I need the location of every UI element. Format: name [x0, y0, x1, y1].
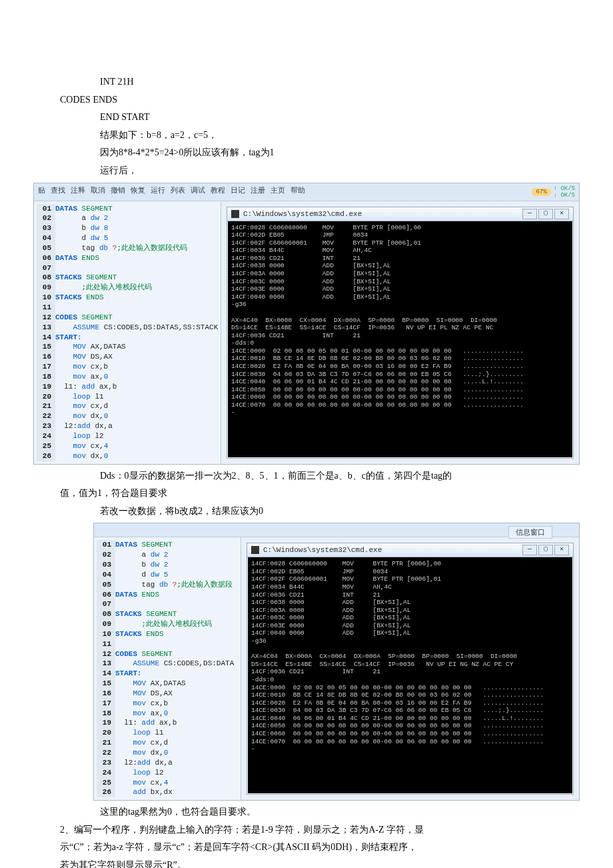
code-line: 21 mov cx,d	[94, 738, 241, 748]
code-line: 22 mov dx,0	[34, 411, 221, 421]
line-number: 16	[97, 689, 115, 699]
code-line: 22 mov dx,0	[94, 748, 241, 758]
code-line: 26 add bx,dx	[94, 787, 241, 797]
cmd-icon	[231, 210, 239, 218]
code-line: 16 MOV DS,AX	[94, 689, 241, 699]
line-number: 05	[97, 580, 115, 590]
close-button[interactable]: ✕	[554, 209, 569, 219]
toolbar-item[interactable]: 帮助	[291, 185, 305, 199]
info-window-label: 信息窗口	[508, 526, 552, 539]
toolbar-item[interactable]: 运行	[151, 185, 165, 199]
cmd-titlebar: C:\Windows\system32\cmd.exe — ▢ ✕	[247, 543, 573, 557]
code-line: 24 loop l2	[34, 431, 221, 441]
code-line: 11	[34, 303, 221, 313]
line-number: 03	[37, 223, 55, 233]
line-number: 04	[97, 570, 115, 580]
line-number: 25	[37, 441, 55, 451]
code-line: 01DATAS SEGMENT	[34, 204, 221, 214]
toolbar-item[interactable]: 查找	[51, 185, 65, 199]
cpu-badge: 67%	[532, 188, 550, 196]
line-number: 23	[37, 421, 55, 431]
toolbar-item[interactable]: 取消	[91, 185, 105, 199]
line-number: 10	[97, 629, 115, 639]
line-number: 13	[37, 323, 55, 333]
net-down: ↓ OK/S	[554, 192, 575, 199]
toolbar-item[interactable]: 贴	[38, 185, 45, 199]
code-editor[interactable]: 01DATAS SEGMENT02 a dw 203 b dw 804 d dw…	[34, 201, 221, 464]
code-line: 17 mov cx,b	[34, 362, 221, 372]
line-number: 05	[37, 243, 55, 253]
cmd-icon	[251, 546, 259, 554]
cmd-output: 14CF:0028 C606060000 MOV BYTE PTR [0006]…	[227, 221, 573, 419]
line-number: 22	[37, 411, 55, 421]
code-line: 03 b dw 2	[94, 560, 241, 570]
ide-toolbar: 信息窗口	[94, 523, 579, 537]
line-number: 17	[37, 362, 55, 372]
body-text: Dds：0显示的数据第一排一次为2、8、5、1，前面三个是a、b、c的值，第四个…	[60, 467, 553, 485]
cmd-window: C:\Windows\system32\cmd.exe — ▢ ✕ 14CF:0…	[247, 543, 574, 795]
code-line: 04 d dw 5	[94, 570, 241, 580]
line-number: 03	[97, 560, 115, 570]
minimize-button[interactable]: —	[522, 209, 537, 219]
code-line: 25 mov cx,4	[34, 441, 221, 451]
code-line: 11	[94, 639, 241, 649]
line-number: 19	[97, 718, 115, 728]
toolbar-item[interactable]: 主页	[271, 185, 285, 199]
code-line: 13 ASSUME CS:CODES,DS:DATA	[94, 659, 241, 669]
code-line: 04 d dw 5	[34, 233, 221, 243]
code-line: 05 tag db ?;此处输入数据段	[94, 580, 241, 590]
toolbar-item[interactable]: 恢复	[131, 185, 145, 199]
code-line: 10STACKS ENDS	[94, 629, 241, 639]
toolbar-item[interactable]: 注释	[71, 185, 85, 199]
code-line: 09 ;此处输入堆栈段代码	[34, 283, 221, 293]
code-line: 14START:	[94, 669, 241, 679]
code-line: 15 MOV AX,DATAS	[34, 342, 221, 352]
body-text: 值，值为1，符合题目要求	[40, 485, 553, 503]
toolbar-item[interactable]: 注册	[251, 185, 265, 199]
line-number: 11	[97, 639, 115, 649]
body-text: 若改一改数据，将b改成2，结果应该为0	[60, 503, 553, 521]
line-number: 24	[97, 768, 115, 778]
toolbar-item[interactable]: 列表	[171, 185, 185, 199]
code-line: 07	[94, 599, 241, 609]
code-line: 09 ;此处输入堆栈段代码	[94, 619, 241, 629]
toolbar-item[interactable]: 撤销	[111, 185, 125, 199]
code-editor[interactable]: 01DATAS SEGMENT02 a dw 203 b dw 204 d dw…	[94, 537, 241, 800]
close-button[interactable]: ✕	[554, 545, 569, 555]
code-line: 23 l2:add dx,a	[34, 421, 221, 431]
line-number: 09	[97, 619, 115, 629]
cmd-titlebar: C:\Windows\system32\cmd.exe — ▢ ✕	[227, 207, 573, 221]
line-number: 08	[37, 273, 55, 283]
maximize-button[interactable]: ▢	[538, 545, 553, 555]
toolbar-item[interactable]: 教程	[211, 185, 225, 199]
minimize-button[interactable]: —	[522, 545, 537, 555]
code-line: 20 loop l1	[34, 392, 221, 402]
line-number: 06	[97, 590, 115, 600]
line-number: 24	[37, 431, 55, 441]
line-number: 09	[37, 283, 55, 293]
body-text: 若为其它字符则显示显示“R”。	[60, 857, 553, 868]
ide-toolbar: 贴 查找 注释 取消 撤销 恢复 运行 列表 调试 教程 日记 注册 主页 帮助…	[34, 183, 579, 201]
line-number: 26	[97, 787, 115, 797]
maximize-button[interactable]: ▢	[538, 209, 553, 219]
result-text: 运行后，	[60, 162, 553, 180]
line-number: 12	[37, 313, 55, 323]
line-number: 01	[97, 540, 115, 550]
code-line: END START	[60, 109, 553, 127]
line-number: 19	[37, 382, 55, 392]
cmd-title: C:\Windows\system32\cmd.exe	[263, 546, 382, 554]
line-number: 15	[37, 342, 55, 352]
code-line: 02 a dw 2	[34, 213, 221, 223]
line-number: 07	[37, 263, 55, 273]
line-number: 22	[97, 748, 115, 758]
result-text: 结果如下：b=8，a=2，c=5，	[60, 127, 553, 145]
code-line: 15 MOV AX,DATAS	[94, 679, 241, 689]
line-number: 11	[37, 303, 55, 313]
cmd-title: C:\Windows\system32\cmd.exe	[243, 210, 362, 218]
toolbar-item[interactable]: 日记	[231, 185, 245, 199]
toolbar-item[interactable]: 调试	[191, 185, 205, 199]
code-line: 21 mov cx,d	[34, 401, 221, 411]
line-number: 18	[37, 372, 55, 382]
line-number: 26	[37, 451, 55, 461]
line-number: 20	[37, 392, 55, 402]
